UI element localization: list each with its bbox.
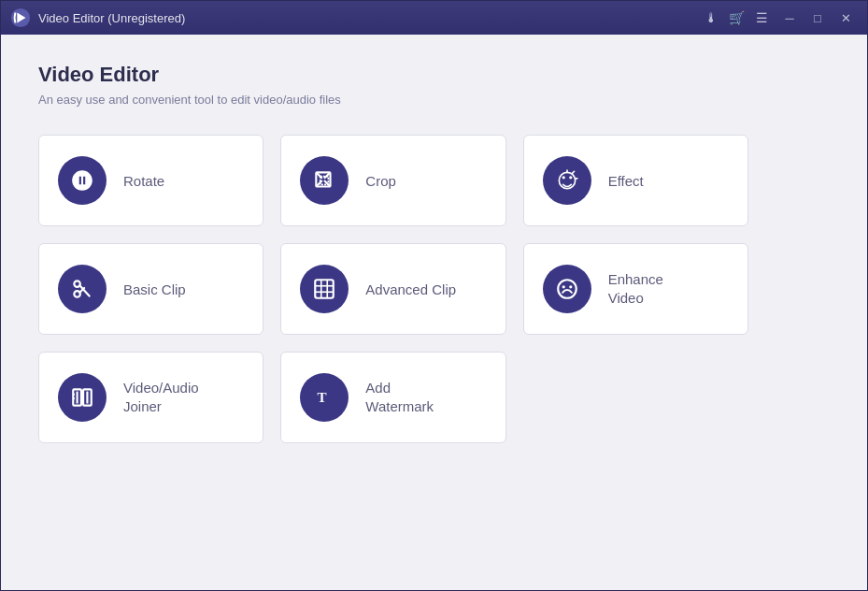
add-watermark-label: AddWatermark xyxy=(365,379,434,417)
app-window: Video Editor (Unregistered) 🌡 🛒 ☰ ─ □ ✕ … xyxy=(0,0,868,591)
window-title: Video Editor (Unregistered) xyxy=(38,11,704,25)
svg-point-8 xyxy=(562,176,564,179)
svg-point-9 xyxy=(569,176,572,179)
enhance-video-card[interactable]: EnhanceVideo xyxy=(523,243,748,335)
video-audio-joiner-label: Video/AudioJoiner xyxy=(123,379,199,417)
advanced-clip-icon-wrap xyxy=(300,265,349,313)
advanced-clip-card[interactable]: Advanced Clip xyxy=(280,243,505,335)
window-controls: ─ □ ✕ xyxy=(777,7,858,28)
effect-icon-wrap xyxy=(543,156,591,205)
scissors-icon xyxy=(70,277,94,301)
watermark-icon: T xyxy=(312,385,336,410)
crop-label: Crop xyxy=(365,173,396,189)
minimize-button[interactable]: ─ xyxy=(777,7,802,28)
enhance-icon xyxy=(555,277,579,301)
joiner-icon xyxy=(70,385,94,410)
tools-grid: Rotate Crop xyxy=(38,135,748,443)
page-title: Video Editor xyxy=(38,63,830,87)
titlebar: Video Editor (Unregistered) 🌡 🛒 ☰ ─ □ ✕ xyxy=(1,1,867,35)
enhance-video-icon-wrap xyxy=(543,265,591,313)
app-logo xyxy=(10,7,31,28)
watermark-icon-wrap: T xyxy=(300,373,349,422)
close-button[interactable]: ✕ xyxy=(833,7,858,28)
basic-clip-card[interactable]: Basic Clip xyxy=(38,243,263,335)
svg-rect-24 xyxy=(74,394,75,396)
rotate-card[interactable]: Rotate xyxy=(38,135,263,226)
svg-rect-14 xyxy=(316,280,334,298)
svg-rect-23 xyxy=(77,392,78,404)
crop-icon xyxy=(312,168,336,193)
page-subtitle: An easy use and convenient tool to edit … xyxy=(38,93,830,107)
enhance-video-label: EnhanceVideo xyxy=(608,270,663,309)
add-watermark-card[interactable]: T AddWatermark xyxy=(280,352,505,443)
svg-point-19 xyxy=(558,280,576,298)
svg-rect-27 xyxy=(86,392,88,404)
effect-icon xyxy=(555,168,579,193)
cart-icon[interactable]: 🛒 xyxy=(729,10,745,25)
main-content: Video Editor An easy use and convenient … xyxy=(1,35,867,590)
advanced-clip-label: Advanced Clip xyxy=(365,281,456,297)
rotate-label: Rotate xyxy=(123,173,164,189)
svg-text:T: T xyxy=(318,389,327,405)
effect-card[interactable]: Effect xyxy=(523,135,748,226)
svg-point-21 xyxy=(569,285,572,288)
menu-icon[interactable]: ☰ xyxy=(756,10,768,25)
svg-rect-25 xyxy=(74,397,75,399)
maximize-button[interactable]: □ xyxy=(805,7,830,28)
advanced-clip-icon xyxy=(312,277,336,301)
titlebar-icons: 🌡 🛒 ☰ xyxy=(704,10,768,25)
rotate-icon-wrap xyxy=(58,156,107,205)
basic-clip-label: Basic Clip xyxy=(123,281,186,297)
joiner-icon-wrap xyxy=(58,373,107,422)
thermometer-icon[interactable]: 🌡 xyxy=(704,10,718,25)
video-audio-joiner-card[interactable]: Video/AudioJoiner xyxy=(38,352,263,443)
basic-clip-icon-wrap xyxy=(58,265,107,313)
crop-icon-wrap xyxy=(300,156,349,205)
svg-point-20 xyxy=(562,285,564,288)
crop-card[interactable]: Crop xyxy=(280,135,505,226)
effect-label: Effect xyxy=(608,173,644,189)
rotate-icon xyxy=(70,168,94,193)
